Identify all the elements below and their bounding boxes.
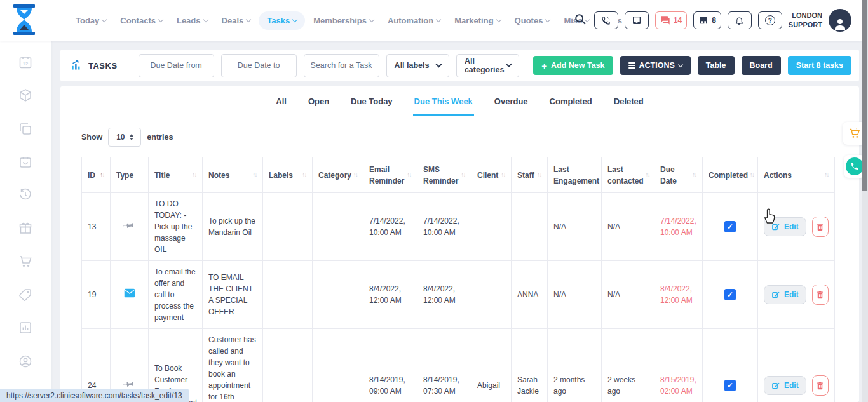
edit-pencil-icon	[771, 222, 780, 231]
phone-button[interactable]	[594, 11, 618, 29]
cell-actions: Edit	[758, 193, 835, 261]
chevron-down-icon	[435, 61, 442, 67]
chevron-down-icon	[102, 17, 107, 22]
cell-email-reminder: 8/14/2019, 09:00 AM	[363, 329, 417, 402]
nav-item-tasks[interactable]: Tasks	[259, 11, 305, 30]
col-last-contacted[interactable]: Last contacted↑↓	[602, 157, 654, 193]
cell-completed: ✓	[703, 193, 758, 261]
tab-due-this-week[interactable]: Due This Week	[413, 97, 474, 116]
sidebar-item-copy[interactable]	[17, 121, 34, 137]
store-count-badge: 8	[712, 16, 716, 25]
sidebar-item-calendar[interactable]: 12	[17, 55, 34, 70]
add-new-task-button[interactable]: +Add New Task	[533, 56, 613, 75]
sidebar-item-package[interactable]	[17, 88, 34, 103]
nav-item-quotes[interactable]: Quotes	[509, 11, 556, 30]
nav-item-leads[interactable]: Leads	[171, 11, 214, 30]
edit-button[interactable]: Edit	[764, 217, 806, 236]
board-view-button[interactable]: Board	[742, 56, 781, 75]
tasks-page: Today Contacts Leads Deals Tasks Members…	[0, 0, 868, 402]
inbox-button[interactable]	[625, 11, 649, 29]
sidebar-item-account[interactable]	[17, 353, 34, 368]
gift-icon	[18, 220, 33, 236]
nav-item-contacts[interactable]: Contacts	[114, 11, 168, 30]
copy-icon	[18, 121, 33, 137]
cell-actions: Edit	[758, 329, 835, 402]
delete-button[interactable]	[812, 285, 829, 305]
sidebar-item-gift[interactable]	[17, 220, 34, 236]
delete-button[interactable]	[812, 375, 829, 396]
avatar[interactable]	[829, 9, 851, 32]
notifications-button[interactable]	[728, 11, 752, 29]
cell-notes: To pick up the Mandarin Oil	[203, 193, 263, 261]
cell-client	[471, 193, 512, 261]
col-notes[interactable]: Notes↑↓	[203, 157, 263, 193]
app-logo[interactable]	[11, 4, 37, 38]
scrollbar-thumb[interactable]	[862, 0, 867, 191]
chat-bubbles-icon	[660, 15, 670, 25]
col-due-date[interactable]: Due Date↑↓	[654, 157, 703, 193]
trash-icon	[815, 222, 825, 232]
chat-button[interactable]: 14	[655, 11, 687, 29]
tab-overdue[interactable]: Overdue	[493, 97, 529, 116]
tab-due-today[interactable]: Due Today	[349, 97, 394, 116]
col-actions[interactable]: Actions↑↓	[758, 157, 835, 193]
cell-notes: TO EMAIL THE CLIENT A SPECIAL OFFER	[203, 261, 263, 329]
nav-item-automation[interactable]: Automation	[382, 11, 446, 30]
cell-last-contacted: 2 weeks ago	[602, 329, 654, 402]
start-tasks-button[interactable]: Start 8 tasks	[788, 56, 851, 75]
store-button[interactable]: 8	[693, 11, 721, 29]
sidebar-item-history[interactable]	[17, 187, 34, 203]
help-icon: ?	[765, 15, 775, 25]
actions-button[interactable]: ACTIONS	[620, 56, 691, 75]
col-completed[interactable]: Completed↑↓	[703, 157, 758, 193]
col-staff[interactable]: Staff↑↓	[512, 157, 548, 193]
categories-filter-select[interactable]: All categories	[456, 54, 519, 77]
tab-completed[interactable]: Completed	[548, 97, 593, 116]
col-last-engagement[interactable]: Last Engagement	[548, 157, 602, 193]
tab-deleted[interactable]: Deleted	[613, 97, 645, 116]
sidebar-item-tag[interactable]	[17, 287, 34, 302]
main-nav: Today Contacts Leads Deals Tasks Members…	[70, 11, 628, 30]
labels-filter-select[interactable]: All labels	[386, 54, 449, 77]
help-button[interactable]: ?	[758, 11, 782, 29]
cell-sms-reminder: 7/14/2022, 10:00 AM	[417, 193, 471, 261]
nav-item-memberships[interactable]: Memberships	[308, 11, 379, 30]
completed-checkbox[interactable]: ✓	[724, 380, 736, 391]
col-client[interactable]: Client↑↓	[471, 157, 512, 193]
tab-all[interactable]: All	[275, 97, 288, 116]
nav-item-marketing[interactable]: Marketing	[449, 11, 506, 30]
sidebar-item-cart[interactable]	[17, 254, 34, 269]
cell-notes: Customer has called and they want to boo…	[203, 329, 263, 402]
col-title[interactable]: Title↑↓	[149, 157, 203, 193]
sidebar-item-reports[interactable]	[17, 320, 34, 335]
sidebar-item-appointments[interactable]	[17, 154, 34, 170]
chevron-down-icon	[203, 17, 208, 22]
col-labels[interactable]: Labels↑↓	[263, 157, 313, 193]
vertical-scrollbar	[862, 0, 868, 402]
nav-item-today[interactable]: Today	[70, 11, 112, 30]
search-icon[interactable]	[574, 13, 587, 28]
task-tabs: All Open Due Today Due This Week Overdue…	[60, 86, 859, 116]
tab-open[interactable]: Open	[307, 97, 330, 116]
edit-button[interactable]: Edit	[764, 376, 806, 395]
package-icon	[18, 88, 33, 103]
cell-email-reminder: 7/14/2022, 10:00 AM	[363, 193, 417, 261]
col-type[interactable]: Type	[111, 157, 149, 193]
nav-item-deals[interactable]: Deals	[216, 11, 257, 30]
col-category[interactable]: Category↑↓	[313, 157, 363, 193]
due-date-from-input[interactable]	[139, 54, 214, 77]
completed-checkbox[interactable]: ✓	[724, 221, 736, 232]
cell-type	[111, 261, 149, 329]
page-size-select[interactable]: 10	[108, 128, 141, 147]
table-view-button[interactable]: Table	[698, 56, 735, 75]
col-sms-reminder[interactable]: SMS Reminder↑↓	[417, 157, 471, 193]
svg-text:12: 12	[23, 61, 28, 67]
task-search-input[interactable]	[304, 54, 379, 77]
col-email-reminder[interactable]: Email Reminder↑↓	[363, 157, 417, 193]
completed-checkbox[interactable]: ✓	[724, 289, 736, 300]
sort-desc-icon: ↓	[102, 171, 104, 178]
due-date-to-input[interactable]	[221, 54, 297, 77]
edit-button[interactable]: Edit	[764, 285, 806, 304]
col-id[interactable]: ID↑↓	[82, 157, 111, 193]
delete-button[interactable]	[812, 217, 829, 237]
